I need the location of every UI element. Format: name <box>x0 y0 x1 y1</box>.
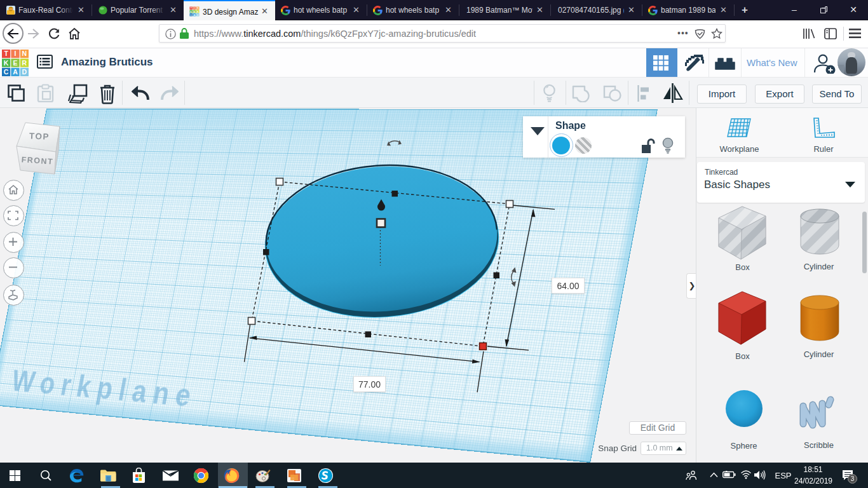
svg-text:D: D <box>197 13 199 16</box>
svg-text:I: I <box>194 7 195 10</box>
svg-text:R: R <box>22 59 27 67</box>
svg-text:N: N <box>197 7 199 10</box>
svg-text:N: N <box>22 50 27 57</box>
svg-text:R: R <box>197 10 199 13</box>
svg-text:D: D <box>22 68 27 76</box>
svg-text:A: A <box>13 68 18 76</box>
svg-text:K: K <box>4 59 9 67</box>
svg-text:K: K <box>190 10 192 13</box>
svg-text:C: C <box>190 13 192 16</box>
svg-text:I: I <box>15 50 17 57</box>
svg-text:A: A <box>194 13 196 16</box>
svg-text:C: C <box>4 68 9 76</box>
svg-text:E: E <box>13 59 17 67</box>
svg-text:T: T <box>4 50 8 57</box>
